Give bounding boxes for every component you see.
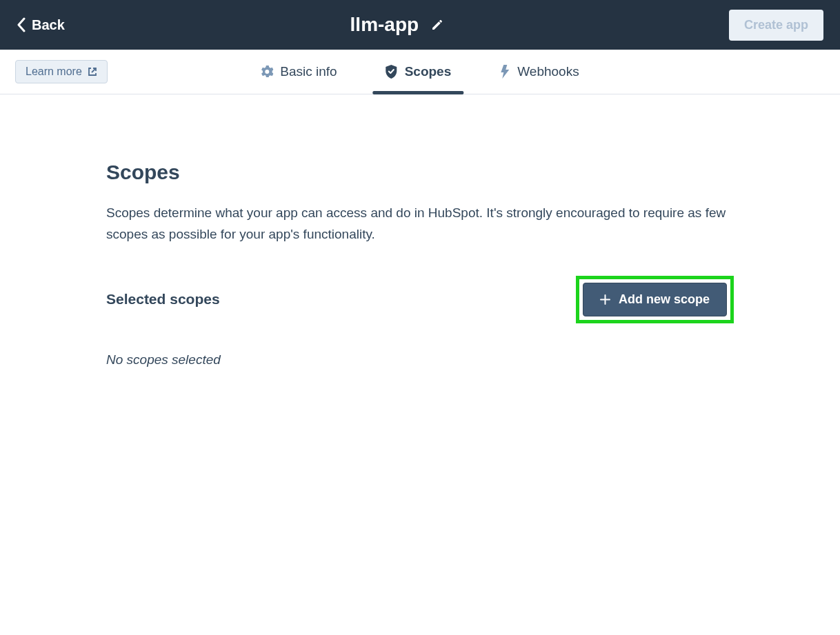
main-content: Scopes Scopes determine what your app ca… — [92, 94, 748, 367]
plus-icon — [600, 294, 610, 305]
selected-scopes-heading: Selected scopes — [106, 291, 220, 308]
learn-more-label: Learn more — [26, 65, 82, 78]
learn-more-wrap: Learn more — [0, 50, 108, 94]
add-new-scope-button[interactable]: Add new scope — [583, 283, 727, 316]
tab-label: Webhooks — [517, 64, 579, 79]
tab-webhooks[interactable]: Webhooks — [499, 50, 579, 94]
back-label: Back — [32, 17, 65, 33]
learn-more-button[interactable]: Learn more — [15, 60, 108, 83]
add-scope-label: Add new scope — [619, 292, 710, 307]
selected-scopes-row: Selected scopes Add new scope — [106, 276, 734, 323]
gear-icon — [261, 65, 273, 78]
create-app-button[interactable]: Create app — [729, 10, 823, 41]
tab-label: Scopes — [405, 64, 452, 79]
add-scope-highlight: Add new scope — [576, 276, 734, 323]
tabs: Basic info Scopes Webhooks — [261, 50, 579, 94]
tab-scopes[interactable]: Scopes — [386, 50, 452, 94]
shield-check-icon — [386, 65, 398, 79]
app-title: llm-app — [350, 14, 419, 36]
no-scopes-message: No scopes selected — [106, 352, 734, 367]
tab-bar: Learn more Basic info Scopes Webhooks — [0, 50, 840, 94]
page-description: Scopes determine what your app can acces… — [106, 202, 734, 245]
top-header-bar: Back llm-app Create app — [0, 0, 840, 50]
title-group: llm-app — [350, 14, 444, 36]
edit-title-button[interactable] — [431, 19, 443, 31]
chevron-left-icon — [17, 17, 26, 32]
back-button[interactable]: Back — [17, 17, 65, 33]
page-heading: Scopes — [106, 161, 734, 184]
tab-basic-info[interactable]: Basic info — [261, 50, 337, 94]
lightning-icon — [499, 65, 510, 79]
tab-label: Basic info — [280, 64, 337, 79]
external-link-icon — [88, 67, 97, 77]
